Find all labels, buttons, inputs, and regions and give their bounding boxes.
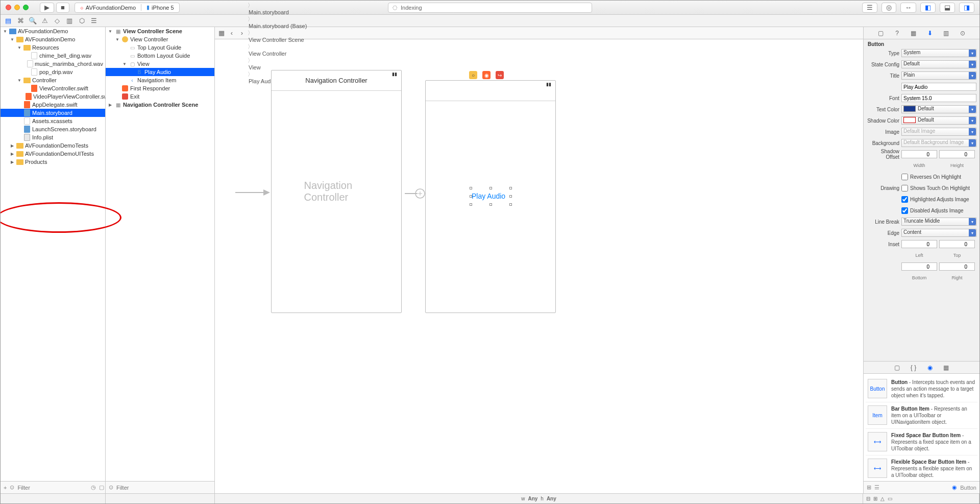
tree-row[interactable]: BPlay Audio bbox=[106, 68, 214, 76]
view-controller-icon[interactable]: ○ bbox=[469, 71, 477, 79]
selection-handle[interactable] bbox=[509, 195, 512, 198]
code-snippet-icon[interactable]: { } bbox=[909, 363, 918, 372]
editor-version-button[interactable]: ↔ bbox=[900, 3, 916, 13]
selection-handle[interactable] bbox=[509, 187, 512, 189]
list-view-icon[interactable]: ☰ bbox=[874, 484, 879, 491]
shadow-width-input[interactable] bbox=[901, 150, 937, 158]
disclosure-icon[interactable]: ▼ bbox=[122, 62, 127, 66]
forward-icon[interactable]: › bbox=[237, 29, 247, 38]
selection-handle[interactable] bbox=[489, 187, 492, 189]
media-library-icon[interactable]: ▦ bbox=[942, 363, 951, 372]
close-window-icon[interactable] bbox=[6, 5, 11, 10]
find-nav-icon[interactable]: 🔍 bbox=[28, 16, 37, 26]
tree-row[interactable]: ViewController.swift bbox=[1, 84, 105, 92]
quick-help-icon[interactable]: ? bbox=[893, 29, 902, 38]
back-icon[interactable]: ‹ bbox=[227, 29, 236, 38]
scheme-selector[interactable]: ⟐AVFoundationDemo ▮iPhone 5 bbox=[75, 3, 180, 13]
resolve-icon[interactable]: △ bbox=[880, 496, 885, 501]
panel-right-button[interactable]: ◨ bbox=[959, 3, 974, 13]
font-field[interactable] bbox=[901, 94, 976, 102]
tree-row[interactable]: First Responder bbox=[106, 84, 214, 92]
disabled-adjusts-check[interactable] bbox=[901, 207, 908, 214]
shadow-height-input[interactable] bbox=[939, 150, 975, 158]
type-select[interactable]: System bbox=[901, 49, 976, 57]
tree-row[interactable]: VideoPlayerViewController.swift bbox=[1, 92, 105, 101]
tree-row[interactable]: ▼AVFoundationDemo bbox=[1, 27, 105, 35]
disclosure-icon[interactable]: ▼ bbox=[108, 29, 113, 34]
reverses-check[interactable] bbox=[901, 174, 908, 180]
panel-left-button[interactable]: ◧ bbox=[920, 3, 936, 13]
tree-row[interactable]: Assets.xcassets bbox=[1, 117, 105, 125]
edge-select[interactable]: Content bbox=[901, 229, 976, 237]
jump-bar[interactable]: ▦ ‹ › AVFoundationDemo 〉AVFoundationDemo… bbox=[215, 27, 863, 39]
inset-left-input[interactable] bbox=[901, 240, 937, 248]
file-template-icon[interactable]: ▢ bbox=[893, 363, 902, 372]
run-button[interactable]: ▶ bbox=[40, 3, 54, 13]
editor-assistant-button[interactable]: ◎ bbox=[881, 3, 896, 13]
inset-bottom-input[interactable] bbox=[901, 262, 937, 271]
selection-handle[interactable] bbox=[489, 203, 492, 206]
library-item[interactable]: ItemBar Button Item - Represents an item… bbox=[866, 402, 977, 429]
inset-right-input[interactable] bbox=[939, 262, 975, 271]
pin-icon[interactable]: ⊞ bbox=[873, 496, 877, 501]
tree-row[interactable]: ▼Resources bbox=[1, 43, 105, 52]
identity-inspector-icon[interactable]: ▦ bbox=[909, 29, 918, 38]
library-item[interactable]: ButtonButton - Intercepts touch events a… bbox=[866, 376, 977, 402]
tree-row[interactable]: music_marimba_chord.wav bbox=[1, 60, 105, 68]
navigation-controller-scene[interactable]: ▮▮ Navigation Controller Navigation Cont… bbox=[271, 70, 402, 313]
size-class-control[interactable]: wAny hAny bbox=[215, 494, 863, 503]
scene-dock[interactable]: ○ ◉ ↪ bbox=[469, 71, 504, 79]
segue-arrow-icon[interactable] bbox=[405, 187, 425, 200]
tree-row[interactable]: ▶Products bbox=[1, 158, 105, 166]
recent-icon[interactable]: ◷ bbox=[91, 484, 96, 491]
tree-row[interactable]: ▼AVFoundationDemo bbox=[1, 35, 105, 43]
test-nav-icon[interactable]: ◇ bbox=[53, 16, 62, 26]
first-responder-icon[interactable]: ◉ bbox=[482, 71, 491, 79]
disclosure-icon[interactable]: ▼ bbox=[115, 37, 120, 42]
align-icon[interactable]: ⊟ bbox=[866, 496, 870, 501]
size-inspector-icon[interactable]: ▥ bbox=[942, 29, 951, 38]
add-icon[interactable]: + bbox=[4, 485, 7, 491]
background-select[interactable]: Default Background Image bbox=[901, 139, 976, 147]
panel-bottom-button[interactable]: ⬓ bbox=[940, 3, 955, 13]
inset-top-input[interactable] bbox=[939, 240, 975, 248]
disclosure-icon[interactable]: ▶ bbox=[10, 160, 15, 164]
tree-row[interactable]: Main.storyboard bbox=[1, 109, 105, 117]
disclosure-icon[interactable]: ▶ bbox=[10, 143, 15, 148]
file-inspector-icon[interactable]: ▢ bbox=[876, 29, 886, 38]
project-tree[interactable]: ▼AVFoundationDemo▼AVFoundationDemo▼Resou… bbox=[1, 27, 105, 481]
zoom-window-icon[interactable] bbox=[23, 5, 29, 10]
debug-nav-icon[interactable]: ▥ bbox=[65, 16, 74, 26]
breakpoint-nav-icon[interactable]: ⬡ bbox=[77, 16, 86, 26]
object-library-icon[interactable]: ◉ bbox=[925, 363, 935, 372]
tree-row[interactable]: ▼View Controller bbox=[106, 35, 214, 43]
title-input[interactable] bbox=[901, 83, 976, 91]
resize-icon[interactable]: ▭ bbox=[888, 496, 892, 501]
library-item[interactable]: ⟷Fixed Space Bar Button Item - Represent… bbox=[866, 429, 977, 455]
project-nav-icon[interactable]: ▤ bbox=[4, 16, 13, 26]
jump-bar-segment[interactable]: Main.storyboard bbox=[248, 9, 308, 15]
report-nav-icon[interactable]: ☰ bbox=[89, 16, 99, 26]
selection-handle[interactable] bbox=[470, 187, 472, 189]
selection-handle[interactable] bbox=[470, 195, 472, 198]
tree-row[interactable]: ▶AVFoundationDemoUITests bbox=[1, 150, 105, 158]
connections-inspector-icon[interactable]: ⊙ bbox=[958, 29, 967, 38]
view-controller-scene[interactable]: ▮▮ Play Audio bbox=[425, 80, 556, 313]
jump-bar-segment[interactable]: Main.storyboard (Base) bbox=[248, 23, 308, 29]
tree-row[interactable]: Info.plist bbox=[1, 133, 105, 141]
outline-tree[interactable]: ▼▦View Controller Scene▼View Controller▭… bbox=[106, 27, 214, 481]
symbol-nav-icon[interactable]: ⌘ bbox=[16, 16, 25, 26]
tree-row[interactable]: ▶AVFoundationDemoTests bbox=[1, 141, 105, 150]
tree-row[interactable]: pop_drip.wav bbox=[1, 68, 105, 76]
tree-row[interactable]: ‹Navigation Item bbox=[106, 76, 214, 84]
image-select[interactable]: Default Image bbox=[901, 128, 976, 136]
tree-row[interactable]: ▼Controller bbox=[1, 76, 105, 84]
attributes-inspector-icon[interactable]: ⬇ bbox=[925, 29, 935, 38]
disclosure-icon[interactable]: ▶ bbox=[108, 103, 113, 107]
object-library-list[interactable]: ButtonButton - Intercepts touch events a… bbox=[864, 374, 979, 481]
state-select[interactable]: Default bbox=[901, 60, 976, 68]
highlighted-adjusts-check[interactable] bbox=[901, 196, 908, 203]
tree-row[interactable]: chime_bell_ding.wav bbox=[1, 52, 105, 60]
showstouch-check[interactable] bbox=[901, 185, 908, 191]
disclosure-icon[interactable]: ▼ bbox=[10, 37, 15, 42]
